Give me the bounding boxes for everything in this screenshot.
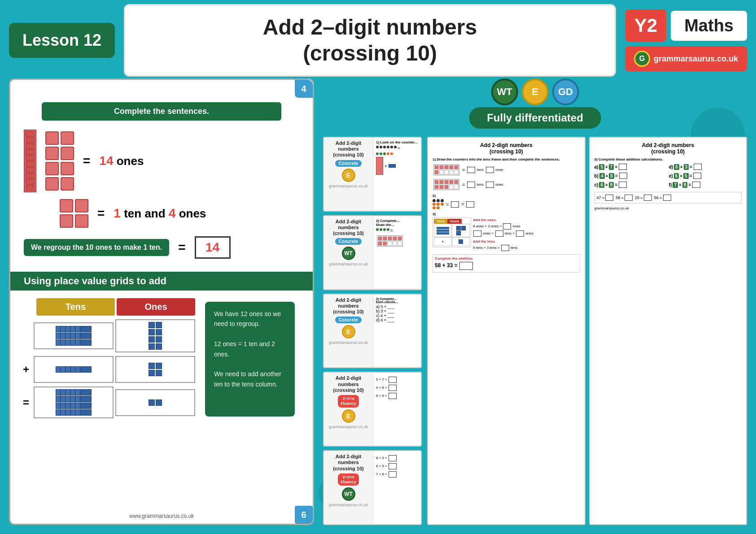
ws-card-1: Add 2-digitnumbers(crossing 10) Concrete…: [323, 137, 422, 212]
ws2-main: 2) Complete...Draw the... =: [373, 216, 421, 289]
pv-tens-cell-3: [34, 386, 114, 418]
ten-and-ones-section: = 1 ten and 4 ones: [24, 199, 299, 228]
pv-equals: =: [19, 396, 33, 409]
ws-right-area: Add 2-digit numbers(crossing 10) 1) Draw…: [427, 137, 747, 525]
ten-and-ones-result: 1 ten and 4 ones: [114, 206, 206, 221]
ws2-gram: grammarsaurus.co.uk: [329, 262, 368, 266]
pv-table: Tens Ones: [19, 297, 196, 421]
page-header: Lesson 12 Add 2–digit numbers (crossing …: [9, 9, 747, 72]
main-content: 4 Complete the sentences.: [9, 78, 747, 525]
ones-cubes-2: [60, 199, 88, 228]
header-right: Y2 Maths G grammarsaurus.co.uk: [625, 9, 747, 71]
ws2-title: Add 2-digitnumbers(crossing 10): [333, 219, 363, 237]
worksheets-area: Add 2-digitnumbers(crossing 10) Concrete…: [323, 137, 747, 525]
regroup-banner: We regroup the 10 ones to make 1 ten.: [24, 239, 169, 256]
ws5-title: Add 2-digitnumbers(crossing 10): [333, 454, 363, 472]
ws2-wt-badge: WT: [342, 247, 355, 260]
ws2-concrete: Concrete: [335, 238, 362, 245]
ws3-gram: grammarsaurus.co.uk: [329, 340, 368, 345]
page-title: Add 2–digit numbers (crossing 10): [143, 14, 597, 66]
lesson-badge: Lesson 12: [9, 23, 115, 58]
ws1-e-badge: E: [342, 169, 355, 182]
ones-result: 14 ones: [99, 154, 144, 168]
ws-middle-large: Add 2-digit numbers(crossing 10) 1) Draw…: [427, 137, 586, 525]
e-badge: E: [522, 78, 549, 105]
pv-row-2: +: [19, 355, 196, 384]
left-panel: 4 Complete the sentences.: [9, 78, 314, 525]
pv-ones-cell-1: [115, 319, 195, 352]
ws-card-5: Add 2-digitnumbers(crossing 10) 2+2=4Flu…: [323, 450, 422, 525]
diff-badge-area: WT E GD Fully differentiated: [469, 78, 601, 129]
ws-card-2: Add 2-digitnumbers(crossing 10) Concrete…: [323, 215, 422, 290]
wt-badge: WT: [491, 78, 518, 105]
year-maths-row: Y2 Maths: [625, 9, 747, 42]
ws1-title: Add 2-digitnumbers(crossing 10): [333, 140, 363, 158]
pv-plus: +: [19, 363, 33, 376]
maths-badge: Maths: [671, 11, 747, 41]
tens-header: Tens: [36, 298, 115, 316]
ten-rod-visual: [24, 130, 36, 192]
section1-heading: Complete the sentences.: [42, 102, 281, 121]
pv-tens-cell-2: [34, 356, 114, 383]
ws-card-3: Add 2-digitnumbers(crossing 10) Concrete…: [323, 294, 422, 369]
ws5-fluency: 2+2=4Fluency: [338, 473, 358, 486]
ws5-gram: grammarsaurus.co.uk: [329, 503, 368, 507]
equals-2: =: [97, 206, 105, 221]
pv-row-3: =: [19, 386, 196, 419]
ws5-main: 8 + 3 = 6 + 5 = 7 + 8 =: [373, 451, 421, 524]
ws-left-stack: Add 2-digitnumbers(crossing 10) Concrete…: [323, 137, 422, 525]
pv-ones-cell-2: [115, 356, 195, 383]
pv-row-1: [19, 318, 196, 353]
ws4-main: 5 + 7 = 4 + 8 = 6 + 9 =: [373, 373, 421, 446]
corner-badge-6: 6: [295, 506, 313, 524]
place-value-section: Tens Ones: [10, 293, 313, 425]
title-box: Add 2–digit numbers (crossing 10): [124, 4, 616, 76]
right-panel: WT E GD Fully differentiated Add 2-digit…: [323, 78, 747, 525]
pv-ones-cell-3: [115, 389, 195, 416]
ws3-e-badge: E: [342, 325, 355, 339]
grammarsaurus-badge: G grammarsaurus.co.uk: [625, 46, 747, 71]
ws3-title: Add 2-digitnumbers(crossing 10): [333, 297, 363, 315]
ws3-concrete: Concrete: [335, 317, 362, 323]
ws4-e-badge: E: [342, 409, 355, 423]
footer-logo: www.grammarsaurus.co.uk: [129, 513, 194, 519]
info-box: We have 12 ones so we need to regroup. 1…: [205, 302, 295, 417]
ws-card-4: Add 2-digitnumbers(crossing 10) 2+2=4Flu…: [323, 372, 422, 447]
wt-e-gd-row: WT E GD: [491, 78, 579, 105]
ws-right-large: Add 2-digit numbers(crossing 10) 3) Comp…: [589, 137, 747, 525]
equals-1: =: [83, 154, 90, 168]
grammarsaurus-footer: grammarsaurus.co.uk: [594, 206, 742, 210]
ws4-title: Add 2-digitnumbers(crossing 10): [333, 375, 363, 393]
grammarsaurus-url: grammarsaurus.co.uk: [654, 54, 738, 64]
year-badge: Y2: [625, 9, 666, 42]
regroup-row: We regroup the 10 ones to make 1 ten. = …: [24, 234, 299, 260]
result-number-box: 14: [195, 236, 231, 259]
ws1-gram: grammarsaurus.co.uk: [329, 184, 368, 188]
gd-badge: GD: [552, 78, 579, 105]
corner-badge-4: 4: [295, 80, 313, 98]
ones-header: Ones: [117, 298, 195, 316]
ws1-main: 1) Look on the counter... = +: [373, 138, 421, 211]
fully-diff-banner: Fully differentiated: [469, 107, 601, 129]
ws1-concrete: Concrete: [335, 160, 362, 167]
ws3-main: 3) Complete...Each calcula... a) 5 + ___…: [373, 295, 421, 368]
pv-tens-cell-1: [34, 322, 114, 349]
ws4-gram: grammarsaurus.co.uk: [329, 425, 368, 429]
ws5-wt-badge: WT: [342, 487, 355, 501]
ones-section: = 14 ones: [24, 130, 299, 192]
section2-heading: Using place value grids to add: [24, 275, 166, 287]
gram-logo: G: [634, 51, 650, 67]
ones-cubes: [45, 131, 74, 191]
ws4-fluency: 2+2=4Fluency: [338, 395, 358, 408]
